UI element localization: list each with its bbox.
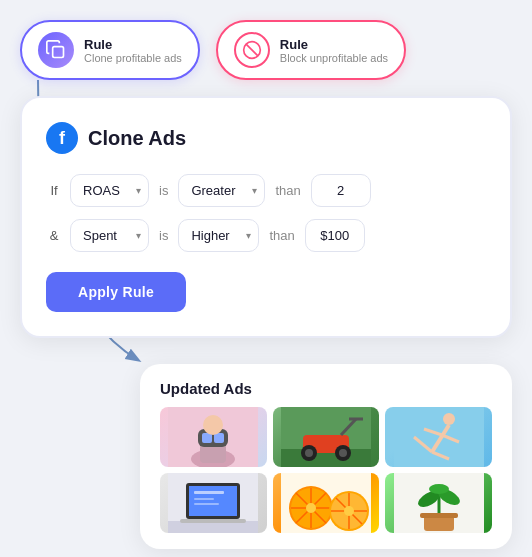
svg-point-14 <box>305 449 313 457</box>
ad-image-yoga <box>385 407 492 467</box>
row1-is-label: is <box>157 183 170 198</box>
roas-value-input[interactable] <box>311 174 371 207</box>
higher-condition-select[interactable]: Higher Lower Equal <box>178 219 259 252</box>
rule-row-1: If ROAS CPC CTR Spent ▾ is Greater Less … <box>46 174 486 207</box>
rule-cards: Rule Clone profitable ads Rule Block unp… <box>20 20 512 80</box>
row1-prefix: If <box>46 183 62 198</box>
svg-point-16 <box>339 449 347 457</box>
lawn-image-svg <box>281 407 371 467</box>
main-card: f Clone Ads If ROAS CPC CTR Spent ▾ is G… <box>20 96 512 338</box>
ad-image-laptop <box>160 473 267 533</box>
card-title: Clone Ads <box>88 127 186 150</box>
svg-point-9 <box>203 415 223 435</box>
spent-value-input[interactable] <box>305 219 365 252</box>
greater-condition-select[interactable]: Greater Less Equal <box>178 174 265 207</box>
roas-field-wrapper: ROAS CPC CTR Spent ▾ <box>70 174 149 207</box>
row1-than-label: than <box>273 183 302 198</box>
updated-ads-card: Updated Ads <box>140 364 512 549</box>
spent-field-select[interactable]: Spent ROAS CPC CTR <box>70 219 149 252</box>
svg-line-2 <box>246 44 258 56</box>
ad-image-plant <box>385 473 492 533</box>
svg-rect-30 <box>180 519 246 523</box>
row2-is-label: is <box>157 228 170 243</box>
laptop-image-svg <box>168 473 258 533</box>
block-icon <box>242 40 262 60</box>
rule-card-block[interactable]: Rule Block unprofitable ads <box>216 20 406 80</box>
svg-rect-31 <box>194 491 224 494</box>
higher-condition-wrapper: Higher Lower Equal ▾ <box>178 219 259 252</box>
block-rule-subtitle: Block unprofitable ads <box>280 52 388 64</box>
block-rule-title: Rule <box>280 37 388 52</box>
svg-rect-29 <box>189 486 237 516</box>
clone-rule-icon <box>38 32 74 68</box>
scene: Rule Clone profitable ads Rule Block unp… <box>0 0 532 557</box>
ad-image-vr <box>160 407 267 467</box>
rule-row-2: & Spent ROAS CPC CTR ▾ is Higher Lower E… <box>46 219 486 252</box>
card-header: f Clone Ads <box>46 122 486 154</box>
block-rule-text: Rule Block unprofitable ads <box>280 37 388 64</box>
svg-rect-50 <box>420 513 458 518</box>
ads-image-grid <box>160 407 492 533</box>
svg-rect-32 <box>194 498 214 500</box>
updated-ads-title: Updated Ads <box>160 380 492 397</box>
rule-card-clone[interactable]: Rule Clone profitable ads <box>20 20 200 80</box>
svg-rect-19 <box>394 407 484 467</box>
greater-condition-wrapper: Greater Less Equal ▾ <box>178 174 265 207</box>
ad-image-orange <box>273 473 380 533</box>
roas-field-select[interactable]: ROAS CPC CTR Spent <box>70 174 149 207</box>
svg-point-47 <box>344 506 354 516</box>
apply-rule-button[interactable]: Apply Rule <box>46 272 186 312</box>
vr-image-svg <box>168 407 258 467</box>
copy-icon <box>46 40 66 60</box>
ad-image-lawn <box>273 407 380 467</box>
svg-rect-0 <box>53 47 64 58</box>
clone-rule-title: Rule <box>84 37 182 52</box>
clone-rule-text: Rule Clone profitable ads <box>84 37 182 64</box>
yoga-image-svg <box>394 407 484 467</box>
block-rule-icon <box>234 32 270 68</box>
row2-prefix: & <box>46 228 62 243</box>
svg-rect-33 <box>194 503 219 505</box>
svg-point-41 <box>306 503 316 513</box>
facebook-icon: f <box>46 122 78 154</box>
plant-image-svg <box>394 473 484 533</box>
orange-image-svg <box>281 473 371 533</box>
svg-point-54 <box>429 484 449 494</box>
row2-than-label: than <box>267 228 296 243</box>
clone-rule-subtitle: Clone profitable ads <box>84 52 182 64</box>
spent-field-wrapper: Spent ROAS CPC CTR ▾ <box>70 219 149 252</box>
svg-point-20 <box>443 413 455 425</box>
